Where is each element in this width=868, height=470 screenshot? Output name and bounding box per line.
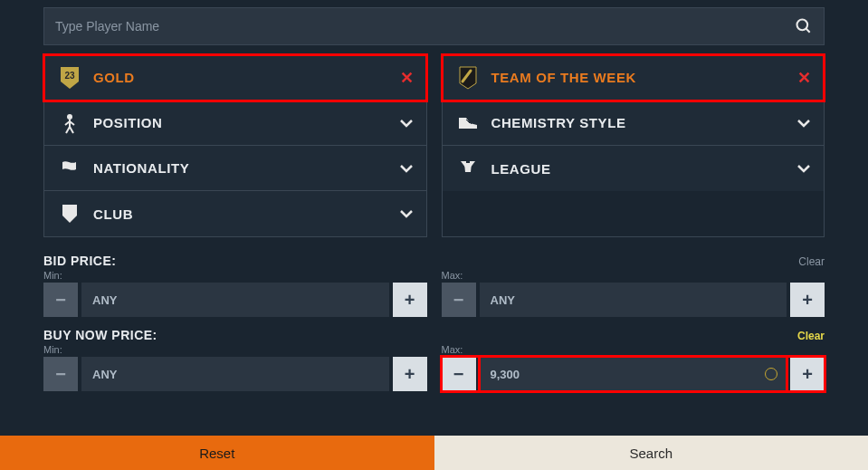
bid-min-increment[interactable]: + (393, 283, 427, 317)
rarity-card-icon (455, 65, 481, 91)
filter-league[interactable]: LEAGUE (443, 146, 825, 191)
buynow-max-value-text: 9,300 (491, 368, 520, 381)
buynow-price-section: BUY NOW PRICE: Clear Min: − ANY + Max: −… (43, 328, 825, 391)
chevron-down-icon (399, 209, 414, 218)
footer-actions: Reset Search (0, 436, 868, 470)
buynow-max-increment[interactable]: + (790, 357, 825, 391)
search-icon[interactable] (795, 17, 813, 35)
filters-grid: 23 GOLD ✕ POSITION NATIONALITY (43, 54, 825, 237)
buynow-min-value-text: ANY (92, 368, 117, 381)
filter-quality-label: GOLD (93, 70, 400, 85)
buynow-min-decrement[interactable]: − (43, 357, 78, 391)
filter-rarity-label: TEAM OF THE WEEK (491, 70, 798, 85)
buynow-min-stepper: − ANY + (43, 357, 427, 391)
filter-club[interactable]: CLUB (44, 191, 426, 236)
filter-nationality-label: NATIONALITY (93, 160, 399, 176)
bid-max-increment[interactable]: + (790, 283, 825, 317)
buynow-max-decrement[interactable]: − (442, 357, 476, 391)
clear-quality-icon[interactable]: ✕ (400, 68, 414, 88)
league-trophy-icon (455, 159, 481, 177)
filters-right-col: TEAM OF THE WEEK ✕ CHEMISTRY STYLE LEAGU… (442, 54, 825, 237)
bid-max-value-text: ANY (491, 293, 515, 307)
buynow-clear-button[interactable]: Clear (797, 330, 825, 342)
buynow-max-value[interactable]: 9,300 (480, 357, 787, 391)
buynow-price-title: BUY NOW PRICE: (43, 328, 157, 342)
bid-min-decrement[interactable]: − (43, 283, 78, 317)
bid-min-label: Min: (43, 270, 427, 281)
bid-max-stepper: − ANY + (442, 283, 825, 317)
player-search-bar[interactable] (43, 7, 825, 45)
quality-badge-icon: 23 (57, 65, 82, 91)
bid-max-value[interactable]: ANY (480, 283, 787, 317)
coin-icon (765, 368, 777, 380)
bid-min-stepper: − ANY + (43, 283, 427, 317)
svg-line-1 (806, 29, 810, 33)
filter-rarity[interactable]: TEAM OF THE WEEK ✕ (443, 55, 825, 101)
buynow-max-label: Max: (442, 344, 825, 355)
search-button[interactable]: Search (434, 436, 869, 470)
filter-league-label: LEAGUE (491, 161, 797, 177)
chevron-down-icon (399, 119, 414, 128)
nationality-icon (57, 159, 82, 177)
filter-chemstyle-label: CHEMISTRY STYLE (491, 115, 797, 130)
filter-chemistry-style[interactable]: CHEMISTRY STYLE (443, 101, 825, 146)
svg-text:23: 23 (64, 71, 75, 81)
buynow-min-increment[interactable]: + (393, 357, 427, 391)
svg-point-5 (70, 166, 72, 168)
svg-point-3 (67, 114, 72, 120)
reset-button[interactable]: Reset (0, 436, 434, 470)
filter-nationality[interactable]: NATIONALITY (44, 146, 426, 191)
bid-min-value[interactable]: ANY (81, 283, 389, 317)
svg-point-6 (72, 163, 74, 165)
position-icon (57, 112, 82, 134)
bid-clear-button[interactable]: Clear (798, 255, 825, 268)
bid-max-decrement[interactable]: − (442, 283, 476, 317)
club-shield-icon (57, 203, 82, 225)
filter-quality[interactable]: 23 GOLD ✕ (44, 55, 426, 101)
chemistry-boot-icon (455, 116, 481, 130)
filter-position-label: POSITION (93, 115, 399, 130)
chevron-down-icon (796, 164, 811, 173)
buynow-min-label: Min: (43, 344, 427, 355)
bid-max-label: Max: (442, 270, 825, 281)
bid-price-title: BID PRICE: (43, 254, 116, 268)
clear-rarity-icon[interactable]: ✕ (797, 68, 811, 88)
svg-point-0 (797, 20, 808, 31)
filter-position[interactable]: POSITION (44, 101, 426, 146)
svg-point-4 (64, 164, 66, 166)
buynow-max-stepper: − 9,300 + (442, 357, 825, 391)
filter-club-label: CLUB (93, 206, 399, 222)
chevron-down-icon (796, 119, 811, 128)
bid-min-value-text: ANY (92, 293, 117, 307)
buynow-min-value[interactable]: ANY (81, 357, 389, 391)
filters-left-col: 23 GOLD ✕ POSITION NATIONALITY (43, 54, 427, 237)
bid-price-section: BID PRICE: Clear Min: − ANY + Max: − ANY… (43, 254, 825, 317)
player-search-input[interactable] (55, 19, 795, 34)
chevron-down-icon (399, 164, 414, 173)
